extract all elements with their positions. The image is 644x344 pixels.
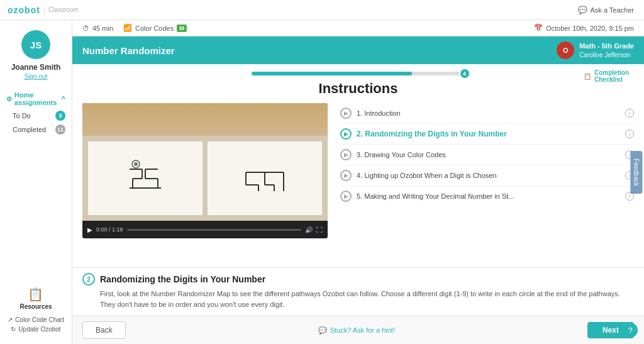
video-content <box>82 103 328 221</box>
step-3-circle: ▶ <box>340 149 352 160</box>
update-icon: ↻ <box>11 326 16 333</box>
checklist-icon: 📋 <box>584 73 591 80</box>
resources-label: Resources <box>19 303 52 310</box>
left-paper <box>87 141 203 216</box>
top-meta-bar: ⏱ 45 min 📶 Color Codes M 📅 October 10th,… <box>72 20 644 36</box>
calendar-icon: 📅 <box>534 24 543 32</box>
content-area: 4 📋 CompletionChecklist Instructions <box>72 64 644 316</box>
step-4-circle: ▶ <box>340 170 352 181</box>
user-name: Joanne Smith <box>11 63 61 72</box>
sign-out-link[interactable]: Sign out <box>25 73 48 80</box>
step-1-info[interactable]: i <box>625 109 634 118</box>
completion-checklist-button[interactable]: 📋 CompletionChecklist <box>584 69 629 83</box>
desc-step-num: 2 <box>82 273 95 286</box>
video-player[interactable]: ▶ 0:00 / 1:18 🔊 ⛶ <box>82 103 328 238</box>
progress-area: 4 📋 CompletionChecklist <box>72 64 644 78</box>
sidebar: JS Joanne Smith Sign out ⚙ Home assignme… <box>0 20 72 344</box>
desc-title-row: 2 Randomizing the Digits in Your Number <box>82 273 634 286</box>
back-button[interactable]: Back <box>82 321 126 339</box>
resources-icon: 📋 <box>28 287 43 302</box>
teacher-info: O Math - 5th Grade Caroline Jefferson <box>557 42 634 59</box>
fullscreen-icon[interactable]: ⛶ <box>316 226 323 233</box>
sidebar-item-completed[interactable]: Completed 11 <box>0 123 72 136</box>
step-2-circle: ▶ <box>340 128 352 140</box>
steps-column: ▶ 1. Introduction i ▶ 2. Randomizing the… <box>328 103 634 261</box>
step-5-circle: ▶ <box>340 191 352 202</box>
play-button[interactable]: ▶ <box>87 226 92 233</box>
sidebar-item-todo[interactable]: To Do 3 <box>0 109 72 123</box>
completed-label: Completed <box>13 126 46 133</box>
chevron-up-icon: ^ <box>62 95 65 103</box>
video-controls[interactable]: ▶ 0:00 / 1:18 🔊 ⛶ <box>82 221 328 238</box>
description-section: 2 Randomizing the Digits in Your Number … <box>72 267 644 316</box>
step-4[interactable]: ▶ 4. Lighting up Ozobot When a Digit is … <box>340 165 634 186</box>
step-5-label: 5. Making and Writing Your Decimal Numbe… <box>357 192 620 200</box>
video-paper-area <box>82 136 328 221</box>
hint-area[interactable]: 💬 Stuck? Ask for a hint! <box>318 326 395 335</box>
logo-area: ozobot Classroom <box>8 5 81 15</box>
step-2[interactable]: ▶ 2. Randomizing the Digits in Your Numb… <box>340 124 634 145</box>
avatar: JS <box>21 30 50 59</box>
progress-step-indicator: 4 <box>459 68 470 79</box>
color-code-chart-link[interactable]: ↗ Color Code Chart <box>8 315 64 325</box>
todo-label: To Do <box>13 112 31 119</box>
step-4-label: 4. Lighting up Ozobot When a Digit is Ch… <box>357 172 620 179</box>
svg-point-10 <box>134 162 138 166</box>
video-progress-track[interactable] <box>127 229 301 231</box>
two-col-layout: ▶ 0:00 / 1:18 🔊 ⛶ ▶ 1. <box>72 103 644 267</box>
time-display: 0:00 / 1:18 <box>96 226 123 233</box>
instructions-heading: Instructions <box>72 78 644 103</box>
step-3[interactable]: ▶ 3. Drawing Your Color Codes i <box>340 145 634 165</box>
header-bar: Number Randomizer O Math - 5th Grade Car… <box>72 36 644 64</box>
lesson-type: Color Codes <box>135 25 174 32</box>
right-paper <box>207 141 323 216</box>
desc-title: Randomizing the Digits in Your Number <box>100 274 265 284</box>
teacher-avatar: O <box>557 42 574 59</box>
duration-meta: ⏱ 45 min <box>82 25 113 32</box>
hint-chat-icon: 💬 <box>318 326 327 335</box>
chat-icon: 💬 <box>578 6 587 14</box>
lesson-title: Number Randomizer <box>82 45 175 56</box>
completed-badge: 11 <box>55 125 65 135</box>
difficulty-badge: M <box>177 25 187 32</box>
step-5[interactable]: ▶ 5. Making and Writing Your Decimal Num… <box>340 186 634 206</box>
section-label: Home assignments <box>12 91 62 106</box>
step-3-label: 3. Drawing Your Color Codes <box>357 151 620 158</box>
gear-icon: ⚙ <box>6 96 12 103</box>
teacher-text: Math - 5th Grade Caroline Jefferson <box>579 42 634 58</box>
duration-value: 45 min <box>92 25 113 32</box>
ask-teacher-link[interactable]: 💬 Ask a Teacher <box>578 6 634 14</box>
step-1[interactable]: ▶ 1. Introduction i <box>340 103 634 124</box>
sidebar-bottom: 📋 Resources ↗ Color Code Chart ↻ Update … <box>8 287 64 338</box>
update-ozobot-link[interactable]: ↻ Update Ozobot <box>11 325 60 334</box>
classroom-label: Classroom <box>44 6 79 13</box>
signal-icon: 📶 <box>123 24 132 32</box>
bottom-bar: Back 💬 Stuck? Ask for a hint! Next <box>72 316 644 344</box>
desc-text: First, look at the Number Randomizer Map… <box>82 289 634 309</box>
step-1-circle: ▶ <box>340 108 352 119</box>
teacher-grade: Math - 5th Grade <box>579 42 634 50</box>
maze-right-svg <box>243 157 287 201</box>
type-meta: 📶 Color Codes M <box>123 24 187 32</box>
video-column: ▶ 0:00 / 1:18 🔊 ⛶ <box>82 103 328 261</box>
home-assignments-header[interactable]: ⚙ Home assignments ^ <box>0 89 72 109</box>
feedback-tab[interactable]: Feedback <box>631 151 643 194</box>
global-nav: ozobot Classroom 💬 Ask a Teacher <box>0 0 644 20</box>
checklist-label: CompletionChecklist <box>594 69 629 83</box>
step-2-label: 2. Randomizing the Digits in Your Number <box>357 130 620 138</box>
todo-badge: 3 <box>55 111 65 121</box>
ozobot-logo-text: ozobot <box>8 5 40 15</box>
date-value: October 10th, 2020, 9:15 pm <box>546 25 634 32</box>
step-2-info[interactable]: i <box>625 130 634 138</box>
hint-label: Stuck? Ask for a hint! <box>330 326 395 334</box>
clock-icon: ⏱ <box>82 25 89 32</box>
home-assignments-section: ⚙ Home assignments ^ To Do 3 Completed 1… <box>0 89 72 136</box>
color-code-icon: ↗ <box>8 316 13 323</box>
date-area: 📅 October 10th, 2020, 9:15 pm <box>534 24 634 32</box>
resources-section: 📋 Resources <box>19 287 52 310</box>
progress-bar: 4 <box>252 72 465 75</box>
help-button[interactable]: ? <box>623 323 638 338</box>
volume-icon[interactable]: 🔊 <box>305 226 313 233</box>
meta-left: ⏱ 45 min 📶 Color Codes M <box>82 24 187 32</box>
main-area: ⏱ 45 min 📶 Color Codes M 📅 October 10th,… <box>72 20 644 344</box>
